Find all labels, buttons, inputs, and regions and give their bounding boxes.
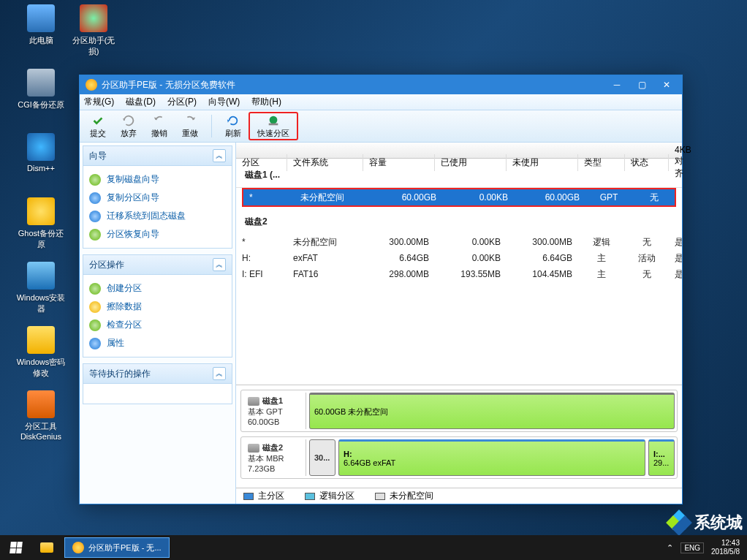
menu-帮助(H)[interactable]: 帮助(H) <box>251 96 281 108</box>
bullet-icon <box>89 174 101 186</box>
minimize-button[interactable]: ─ <box>604 76 629 94</box>
app-icon <box>72 542 84 553</box>
close-button[interactable]: ✕ <box>654 76 679 94</box>
commit-button[interactable]: 提交 <box>83 112 113 140</box>
icon-image <box>27 4 55 32</box>
disk1-header[interactable]: 磁盘1 (... <box>236 163 682 188</box>
wizard-item[interactable]: 迁移系统到固态磁盘 <box>89 207 226 225</box>
discard-button[interactable]: 放弃 <box>113 112 144 140</box>
left-pane: 向导 ︽ 复制磁盘向导复制分区向导迁移系统到固态磁盘分区恢复向导 分区操作 ︽ … <box>80 143 236 504</box>
redo-icon <box>183 114 197 127</box>
legend-swatch-primary <box>243 493 254 500</box>
system-tray[interactable]: ⌃ ENG 12:43 2018/5/8 <box>659 539 747 556</box>
window-title: 分区助手PE版 - 无损分区免费软件 <box>102 79 604 91</box>
partition-ops-panel: 分区操作 ︽ 创建分区擦除数据检查分区属性 <box>83 254 232 357</box>
collapse-button[interactable]: ︽ <box>213 367 226 380</box>
table-row[interactable]: *未分配空间300.00MB0.00KB300.00MB逻辑无是 <box>236 234 682 250</box>
windows-logo-icon <box>10 542 23 553</box>
partition-list: 磁盘1 (... *未分配空间60.00GB0.00KB60.00GBGPT无是… <box>236 159 682 385</box>
bullet-icon <box>89 283 101 295</box>
table-row[interactable]: *未分配空间60.00GB0.00KB60.00GBGPT无是 <box>243 189 675 205</box>
bullet-icon <box>89 338 101 349</box>
right-pane: 分区文件系统容量已使用未使用类型状态4KB对齐 磁盘1 (... *未分配空间6… <box>236 143 682 504</box>
desktop-icon-0[interactable]: 此电脑 <box>15 4 67 46</box>
desktop-icon-4[interactable]: Ghost备份还原 <box>15 197 67 250</box>
desktop-icon-7[interactable]: 分区工具DiskGenius <box>15 390 67 441</box>
menu-分区(P)[interactable]: 分区(P) <box>167 96 197 108</box>
desktop-icon-5[interactable]: Windows安装器 <box>15 262 67 314</box>
menu-向导(W)[interactable]: 向导(W) <box>208 96 240 108</box>
disk-icon <box>248 444 259 453</box>
disk1-map[interactable]: 磁盘1 基本 GPT 60.00GB 60.00GB 未分配空间 <box>240 390 678 432</box>
legend: 主分区 逻辑分区 未分配空间 <box>236 488 682 504</box>
titlebar[interactable]: 分区助手PE版 - 无损分区免费软件 ─ ▢ ✕ <box>80 75 682 94</box>
discard-icon <box>121 114 136 127</box>
icon-image <box>27 69 55 97</box>
partition-ops-title: 分区操作 <box>89 259 124 271</box>
wizard-item[interactable]: 属性 <box>89 334 226 352</box>
icon-image <box>27 262 55 290</box>
legend-swatch-unallocated <box>375 493 385 500</box>
taskbar-app-button[interactable]: 分区助手PE版 - 无... <box>64 537 170 558</box>
disk2-map[interactable]: 磁盘2 基本 MBR 7.23GB 30...H:6.64GB exFATI:.… <box>240 436 678 479</box>
disk-maps: 磁盘1 基本 GPT 60.00GB 60.00GB 未分配空间 <box>236 385 682 488</box>
refresh-button[interactable]: 刷新 <box>218 112 249 140</box>
svg-point-0 <box>270 116 278 124</box>
bullet-icon <box>89 319 101 331</box>
icon-image <box>27 390 55 418</box>
wizard-item[interactable]: 创建分区 <box>89 279 226 298</box>
taskbar-explorer-icon[interactable] <box>32 535 61 560</box>
legend-swatch-logical <box>305 493 315 500</box>
toolbar: 提交放弃撤销重做刷新快速分区 <box>80 110 682 143</box>
table-row[interactable]: I: EFIFAT16298.00MB193.55MB104.45MB主无是 <box>236 266 682 282</box>
undo-button[interactable]: 撤销 <box>144 112 175 140</box>
desktop: 此电脑分区助手(无损)CGI备份还原Dism++Ghost备份还原Windows… <box>0 0 747 560</box>
taskbar: 分区助手PE版 - 无... ⌃ ENG 12:43 2018/5/8 <box>0 535 747 560</box>
icon-image <box>80 4 107 32</box>
icon-image <box>27 197 55 225</box>
wizard-item[interactable]: 检查分区 <box>89 316 226 334</box>
svg-rect-2 <box>269 123 278 125</box>
pending-title: 等待执行的操作 <box>89 368 151 380</box>
maximize-button[interactable]: ▢ <box>629 76 654 94</box>
wizard-item[interactable]: 复制分区向导 <box>89 189 226 207</box>
table-row[interactable]: H:exFAT6.64GB0.00KB6.64GB主活动是 <box>236 250 682 266</box>
bullet-icon <box>89 211 101 222</box>
desktop-icon-2[interactable]: CGI备份还原 <box>15 69 67 110</box>
redo-button[interactable]: 重做 <box>175 112 205 140</box>
disk2-header[interactable]: 磁盘2 <box>236 210 682 234</box>
tray-chevron-icon[interactable]: ⌃ <box>667 543 673 553</box>
collapse-button[interactable]: ︽ <box>213 258 226 271</box>
icon-image <box>27 133 55 161</box>
menu-常规(G)[interactable]: 常规(G) <box>84 96 114 108</box>
wizard-item[interactable]: 擦除数据 <box>89 298 226 316</box>
collapse-button[interactable]: ︽ <box>213 149 226 162</box>
language-indicator[interactable]: ENG <box>680 542 704 553</box>
wizard-panel-title: 向导 <box>89 150 107 162</box>
bullet-icon <box>89 229 101 241</box>
wizard-item[interactable]: 复制磁盘向导 <box>89 170 226 189</box>
disk-icon <box>248 397 259 406</box>
watermark-logo: 系统城 <box>668 512 743 534</box>
icon-image <box>27 326 55 354</box>
app-icon <box>86 79 97 91</box>
refresh-icon <box>226 114 240 127</box>
desktop-icon-1[interactable]: 分区助手(无损) <box>67 4 120 57</box>
undo-icon <box>152 114 167 127</box>
wizard-panel: 向导 ︽ 复制磁盘向导复制分区向导迁移系统到固态磁盘分区恢复向导 <box>83 145 232 249</box>
disk1-bar-unalloc[interactable]: 60.00GB 未分配空间 <box>309 393 675 429</box>
menu-磁盘(D)[interactable]: 磁盘(D) <box>126 96 156 108</box>
wizard-item[interactable]: 分区恢复向导 <box>89 225 226 243</box>
quick-partition-button[interactable]: 快速分区 <box>249 112 298 140</box>
disk2-bar[interactable]: H:6.64GB exFAT <box>338 439 645 476</box>
desktop-icon-3[interactable]: Dism++ <box>15 133 67 173</box>
pending-panel: 等待执行的操作 ︽ <box>83 363 232 404</box>
taskbar-clock[interactable]: 12:43 2018/5/8 <box>711 539 740 556</box>
quick-partition-icon <box>266 114 281 127</box>
commit-icon <box>91 114 105 127</box>
disk2-bar[interactable]: 30... <box>309 439 335 476</box>
desktop-icon-6[interactable]: Windows密码修改 <box>15 326 67 379</box>
disk2-bar[interactable]: I:...29... <box>648 439 675 476</box>
start-button[interactable] <box>0 535 32 560</box>
menubar: 常规(G)磁盘(D)分区(P)向导(W)帮助(H) <box>80 94 682 110</box>
